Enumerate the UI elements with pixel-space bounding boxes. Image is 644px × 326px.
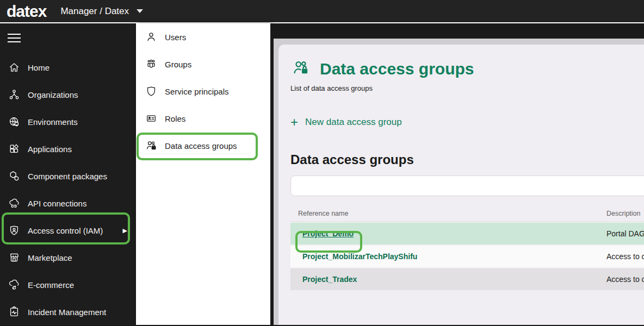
shield-icon [145,85,158,98]
sidebar-item-label: Environments [28,117,78,127]
sidebar-item-label: Applications [28,145,72,154]
row-description: Access to o [606,252,644,261]
table-row[interactable]: Project_Tradex Access to o [290,268,644,290]
sidebar-item-incident-management[interactable]: Incident Management [0,298,136,325]
shield-person-icon [8,224,21,237]
new-button-label: New data access group [305,117,402,128]
organizations-icon [8,88,21,101]
apps-icon [8,142,21,155]
sidebar-item-label: Incident Management [28,308,106,317]
plus-icon: + [290,116,298,129]
row-description: Access to o [606,275,644,284]
reference-name-link[interactable]: Project_MobilizarTechPlayShifu [290,252,606,261]
flyout-item-label: Users [165,33,186,42]
table-row[interactable]: Project_MobilizarTechPlayShifu Access to… [290,246,644,267]
id-card-icon [145,112,158,125]
column-header-description: Description [606,210,644,217]
sidebar-item-environments[interactable]: Environments [0,108,136,135]
submenu-arrow-icon: ▶ [123,227,127,234]
row-description: Portal DAG [606,229,644,238]
flyout-item-data-access-groups[interactable]: Data access groups [136,132,270,159]
sidebar-item-marketplace[interactable]: Marketplace [0,244,136,271]
sidebar-item-home[interactable]: Home [0,54,136,81]
sidebar: Home Organizations Environments Applicat… [0,23,136,325]
main-area: Data access groups List of data access g… [270,23,644,325]
clipboard-pulse-icon [8,305,21,318]
access-control-flyout: Users Groups Service principals Roles Da… [136,23,270,325]
sidebar-item-component-packages[interactable]: Component packages [0,162,136,190]
flyout-item-groups[interactable]: Groups [136,51,270,78]
new-data-access-group-button[interactable]: + New data access group [290,116,402,129]
storefront-icon [8,251,21,264]
breadcrumb[interactable]: Manager / Datex [60,6,143,17]
people-team-icon [145,58,158,71]
cloud-link-icon [8,197,21,210]
hexagons-icon [8,170,21,183]
data-access-groups-panel: Data access groups List of data access g… [278,45,644,325]
table-header: Reference name Description [290,205,644,222]
sidebar-item-label: Component packages [28,172,107,181]
table-row[interactable]: Project_Demo Portal DAG [290,223,644,244]
sidebar-item-label: API connections [28,199,86,208]
flyout-item-label: Roles [165,114,185,123]
datex-logo: datex [7,3,46,20]
reference-name-link[interactable]: Project_Demo [290,229,606,238]
breadcrumb-label: Manager / Datex [60,6,129,17]
page-title: Data access groups [320,60,474,78]
flyout-item-roles[interactable]: Roles [136,105,270,132]
sidebar-item-label: Marketplace [28,253,72,262]
page-subtitle: List of data access groups [290,84,644,92]
flyout-item-service-principals[interactable]: Service principals [136,78,270,105]
flyout-item-label: Groups [165,60,191,69]
reference-name-link[interactable]: Project_Tradex [290,275,606,284]
home-icon [8,61,21,74]
flyout-item-label: Data access groups [165,141,237,151]
sidebar-item-applications[interactable]: Applications [0,135,136,162]
hamburger-menu-icon[interactable] [0,30,28,46]
sidebar-item-label: Home [28,63,49,72]
sidebar-item-label: E-commerce [28,280,74,290]
sidebar-item-organizations[interactable]: Organizations [0,81,136,108]
section-title: Data access groups [290,152,644,167]
flyout-item-users[interactable]: Users [136,23,270,51]
person-icon [145,30,158,43]
globe-icon [8,115,21,128]
sidebar-item-ecommerce[interactable]: E-commerce [0,271,136,298]
people-lock-icon [145,139,158,152]
column-header-reference-name: Reference name [290,210,606,217]
sidebar-item-access-control[interactable]: Access control (IAM) ▶ [0,217,136,244]
data-access-groups-table: Reference name Description Project_Demo … [290,205,644,290]
sidebar-item-label: Organizations [28,90,78,99]
cloud-sync-icon [8,278,21,291]
search-input[interactable] [290,175,644,196]
sidebar-item-label: Access control (IAM) [28,226,103,235]
flyout-item-label: Service principals [165,87,229,96]
sidebar-item-api-connections[interactable]: API connections [0,190,136,217]
top-bar: datex Manager / Datex [0,0,644,23]
chevron-down-icon[interactable] [137,9,143,13]
people-lock-icon [290,59,311,79]
